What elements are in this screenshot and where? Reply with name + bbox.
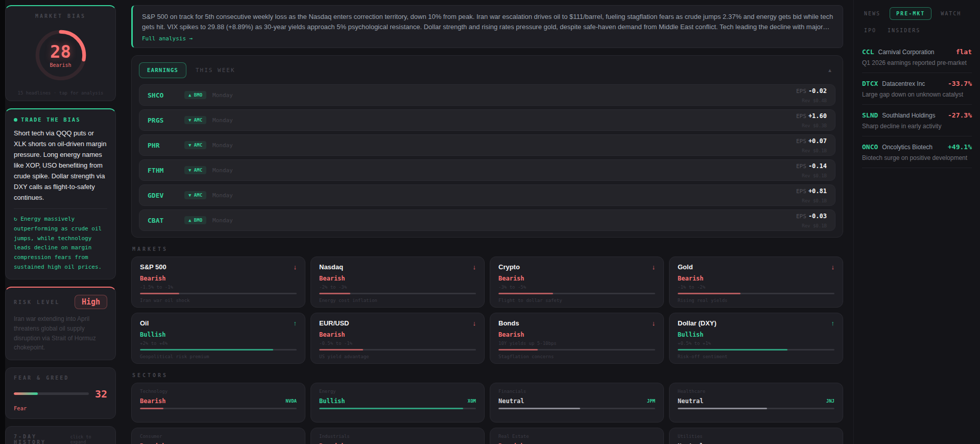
trade-the-bias-heading: TRADE THE BIAS (14, 116, 107, 123)
premarket-item[interactable]: DTCX Datacentrex Inc -33.7% Large gap do… (862, 73, 972, 105)
down-arrow-icon: ↓ (652, 319, 656, 327)
sector-ticker: XOM (468, 399, 476, 404)
rev-value: Rev $0.3B (802, 123, 827, 128)
market-card-nasdaq[interactable]: Nasdaq↓ Bearish -2% to -3% Energy cost i… (310, 256, 485, 308)
market-card-dxy[interactable]: Dollar (DXY)↑ Bullish +0.5% to +1% Risk-… (669, 313, 843, 364)
eps-label: EPS (796, 138, 806, 145)
news-summary-text: S&P 500 on track for 5th consecutive wee… (142, 12, 833, 32)
market-bar (498, 293, 655, 294)
premarket-ticker: DTCX (862, 80, 878, 87)
premarket-item[interactable]: SLND Southland Holdings -27.3% Sharp dec… (862, 105, 972, 136)
market-note: Rising real yields (678, 298, 834, 303)
market-bar (319, 293, 476, 294)
rev-value: Rev $0.1B (802, 198, 827, 203)
premarket-ticker: ONCO (862, 143, 878, 151)
sector-bar-fill (319, 408, 463, 409)
market-note: Risk-off sentiment (678, 354, 834, 359)
sector-sentiment: Bullish (319, 398, 345, 405)
history-card[interactable]: 7-DAY HISTORY click to expand Mar 21 Mar… (5, 426, 116, 444)
market-bias-gauge: 28 Bearish (30, 24, 92, 86)
fear-greed-bar (14, 392, 89, 395)
collapse-icon[interactable]: ▲ (827, 67, 835, 73)
earnings-panel: EARNINGS THIS WEEK ▲ SHCO ▲ BMO Monday E… (131, 55, 843, 238)
down-arrow-icon: ↓ (294, 263, 297, 271)
earnings-row[interactable]: CBAT ▲ BMO Monday EPS-0.03Rev $0.1B (139, 209, 835, 231)
market-bias-title: MARKET BIAS (14, 13, 107, 19)
market-card-eurusd[interactable]: EUR/USD↓ Bearish -0.5% to -1% US yield a… (310, 313, 485, 364)
market-bar (678, 349, 834, 350)
sector-card-technology[interactable]: Technology BearishNVDA (131, 383, 305, 423)
market-card-crypto[interactable]: Crypto↓ Bearish -3% to -5% Flight to dol… (490, 256, 664, 308)
sector-card-realestate[interactable]: Real Estate BearishSPG (490, 428, 664, 444)
earnings-row[interactable]: GDEV ▼ AMC Monday EPS+0.81Rev $0.1B (139, 184, 835, 206)
tab-pre-mkt[interactable]: PRE-MKT (890, 7, 931, 20)
timing-label: AMC (194, 193, 202, 198)
sector-ticker: JNJ (826, 399, 834, 404)
earnings-row[interactable]: PHR ▼ AMC Monday EPS+0.07Rev $0.1B (139, 134, 835, 156)
sector-name: Utilities (678, 434, 834, 439)
market-bar (678, 293, 834, 294)
market-card-gold[interactable]: Gold↓ Bearish -1% to -2% Rising real yie… (669, 256, 843, 308)
earnings-row[interactable]: FTHM ▼ AMC Monday EPS-0.14Rev $0.1B (139, 159, 835, 181)
eps-label: EPS (796, 113, 806, 120)
left-sidebar: MARKET BIAS 28 Bearish 15 headlines · ta… (5, 0, 116, 444)
left-gutter (0, 0, 5, 444)
risk-level-body: Iran war extending into April threatens … (14, 314, 107, 352)
market-range: -1% to -2% (678, 285, 834, 290)
sector-card-financials[interactable]: Financials NeutralJPM (490, 383, 664, 423)
market-bar-fill (678, 349, 787, 350)
market-card-oil[interactable]: Oil↑ Bullish +2% to +4% Geopolitical ris… (131, 313, 305, 364)
full-analysis-link[interactable]: Full analysis → (142, 35, 193, 42)
sector-card-consumer[interactable]: Consumer BearishAMZN (131, 428, 305, 444)
market-note: US yield advantage (319, 354, 476, 359)
tab-insiders[interactable]: INSIDERS (886, 25, 922, 36)
trade-the-bias-card: TRADE THE BIAS Short tech via QQQ puts o… (5, 108, 116, 279)
sector-card-industrials[interactable]: Industrials BearishCAT (310, 428, 485, 444)
earnings-row[interactable]: PRGS ▼ AMC Monday EPS+1.60Rev $0.3B (139, 109, 835, 131)
market-bias-label: Bearish (50, 62, 71, 68)
sector-card-energy[interactable]: Energy BullishXOM (310, 383, 485, 423)
down-arrow-icon: ↓ (831, 263, 835, 271)
risk-level-title: RISK LEVEL (14, 299, 60, 305)
premarket-item[interactable]: ONCO Oncolytics Biotech +49.1% Biotech s… (862, 136, 972, 168)
tab-this-week[interactable]: THIS WEEK (196, 67, 235, 74)
timing-arrow-icon: ▼ (188, 168, 191, 173)
eps-value: +0.07 (808, 137, 827, 145)
sector-bar-fill (140, 408, 163, 409)
timing-label: AMC (194, 168, 202, 173)
market-bar (319, 349, 476, 350)
market-range: +0.5% to +1% (678, 341, 834, 346)
timing-badge: ▲ BMO (184, 216, 206, 224)
rev-value: Rev $0.1B (802, 223, 827, 228)
timing-arrow-icon: ▼ (188, 193, 191, 198)
history-expand-hint[interactable]: click to expand (70, 434, 107, 444)
timing-badge: ▼ AMC (184, 141, 206, 149)
tab-ipo[interactable]: IPO (862, 25, 878, 36)
earnings-ticker: PHR (148, 142, 184, 149)
sector-card-utilities[interactable]: Utilities NeutralNEE (669, 428, 843, 444)
history-title: 7-DAY HISTORY (14, 434, 70, 444)
eps-label: EPS (796, 188, 806, 195)
premarket-change: -33.7% (948, 80, 972, 87)
tab-watch[interactable]: WATCH (939, 8, 963, 19)
market-bar-fill (140, 349, 273, 350)
sector-card-healthcare[interactable]: Healthcare NeutralJNJ (669, 383, 843, 423)
earnings-day: Monday (212, 142, 233, 149)
earnings-row[interactable]: SHCO ▲ BMO Monday EPS-0.02Rev $0.4B (139, 84, 835, 106)
market-sentiment: Bearish (498, 331, 655, 338)
sector-bar (498, 408, 655, 409)
tab-news[interactable]: NEWS (862, 8, 882, 19)
tab-earnings[interactable]: EARNINGS (139, 62, 186, 78)
market-bias-card[interactable]: MARKET BIAS 28 Bearish 15 headlines · ta… (5, 5, 116, 101)
market-sentiment: Bearish (319, 275, 476, 282)
timing-arrow-icon: ▼ (188, 118, 191, 123)
sector-sentiment: Neutral (498, 398, 524, 405)
market-range: +2% to +4% (140, 341, 297, 346)
fear-greed-value: 32 (95, 388, 107, 400)
sector-bar-fill (678, 408, 767, 409)
market-card-bonds[interactable]: Bonds↓ Bearish 10Y yields up 5-10bps Sta… (490, 313, 664, 364)
premarket-item[interactable]: CCL Carnival Corporation flat Q1 2026 ea… (862, 41, 972, 73)
market-bar-fill (319, 349, 363, 350)
market-sentiment: Bearish (678, 275, 834, 282)
market-card-sp500[interactable]: S&P 500↓ Bearish -1.5% to -1% Iran war o… (131, 256, 305, 308)
